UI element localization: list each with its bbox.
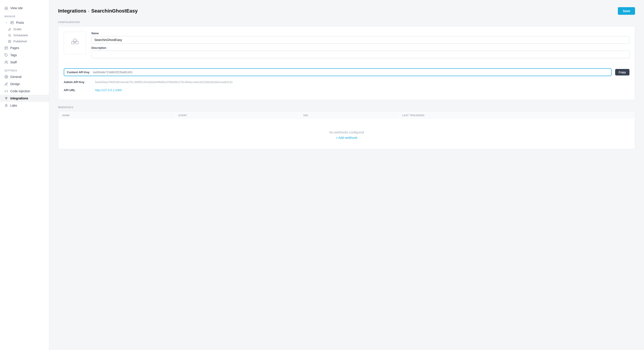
sidebar-item-scheduled[interactable]: Scheduled [0, 32, 49, 38]
svg-rect-3 [5, 47, 8, 49]
webhooks-thead: Name Event URL Last Triggered [59, 112, 634, 119]
breadcrumb-parent[interactable]: Integrations [58, 8, 86, 14]
sidebar-item-drafts[interactable]: Drafts [0, 26, 49, 32]
sidebar-item-integrations[interactable]: Integrations [0, 95, 49, 102]
settings-section-label: Settings [0, 66, 49, 73]
api-url-label: API URL [64, 88, 95, 92]
config-fields: Name Description [92, 32, 630, 58]
general-icon [4, 75, 8, 79]
sidebar-item-pages[interactable]: Pages [0, 44, 49, 52]
breadcrumb-separator: › [88, 9, 90, 14]
tags-icon [4, 53, 8, 57]
sidebar-item-integrations-label: Integrations [10, 97, 28, 100]
description-field-group: Description [92, 46, 630, 58]
sidebar-item-tags-label: Tags [10, 53, 17, 57]
admin-api-key-value: 5ee928ae708204814eceb761:889f914418a5a04… [95, 80, 630, 84]
pages-icon [4, 46, 8, 50]
webhooks-empty: No webhooks configured + Add webhook [59, 119, 634, 148]
sidebar-item-labs[interactable]: Labs [0, 102, 49, 109]
integration-icon-svg [70, 38, 80, 48]
api-url-value[interactable]: http://127.0.0.1:2369 [95, 88, 630, 92]
api-rows: Content API Key ba094afe723d802f235af61d… [64, 63, 630, 94]
webhooks-table: Name Event URL Last Triggered No webhook… [58, 111, 635, 149]
drafts-icon [8, 28, 11, 31]
name-field-group: Name [92, 32, 630, 44]
svg-point-6 [6, 76, 7, 77]
content-api-key-value: ba094afe723d802f235af61d51 [93, 71, 608, 74]
sidebar-item-tags[interactable]: Tags [0, 52, 49, 59]
sidebar-item-design[interactable]: Design [0, 80, 49, 88]
sidebar-item-posts[interactable]: Posts [0, 19, 49, 26]
name-label: Name [92, 32, 630, 35]
add-webhook-link[interactable]: + Add webhook [336, 136, 357, 139]
sidebar-item-scheduled-label: Scheduled [14, 34, 28, 37]
sidebar-item-view-site-label: View site [10, 6, 23, 10]
sidebar-item-code-injection[interactable]: Code injection [0, 88, 49, 95]
col-url: URL [300, 112, 398, 119]
sidebar-item-view-site[interactable]: View site [0, 5, 49, 12]
published-icon [8, 40, 11, 43]
page-header: Integrations › SearchinGhostEasy Save [58, 7, 635, 15]
home-icon [4, 6, 8, 10]
description-input[interactable] [92, 51, 630, 58]
labs-icon [4, 104, 8, 107]
sidebar-item-code-injection-label: Code injection [10, 89, 30, 93]
sidebar-item-posts-label: Posts [16, 21, 24, 24]
sidebar: View site Manage Posts Drafts [0, 0, 49, 350]
configuration-section-label: Configuration [58, 21, 635, 24]
content-api-key-row: Content API Key ba094afe723d802f235af61d… [64, 68, 612, 76]
manage-section-label: Manage [0, 12, 49, 19]
content-api-key-label: Content API Key [67, 71, 90, 74]
sidebar-item-design-label: Design [10, 82, 20, 86]
design-icon [4, 82, 8, 86]
code-icon [4, 89, 8, 93]
name-input[interactable] [92, 36, 630, 44]
svg-point-4 [5, 54, 6, 55]
admin-api-key-label: Admin API Key [64, 80, 95, 84]
col-name: Name [59, 112, 175, 119]
col-event: Event [175, 112, 300, 119]
description-label: Description [92, 46, 630, 50]
svg-point-5 [5, 61, 6, 62]
sidebar-item-drafts-label: Drafts [14, 28, 22, 31]
sidebar-item-published-label: Published [14, 40, 26, 43]
webhooks-section-label: Webhooks [58, 106, 635, 109]
sidebar-item-general[interactable]: General [0, 73, 49, 80]
webhooks-card: Name Event URL Last Triggered No webhook… [58, 111, 635, 149]
col-last-triggered: Last Triggered [399, 112, 634, 119]
configuration-card: Name Description Content API Key ba094af… [58, 26, 635, 100]
admin-api-key-row: Admin API Key 5ee928ae708204814eceb761:8… [64, 78, 630, 86]
svg-line-11 [6, 98, 7, 98]
config-top: Name Description [64, 32, 630, 58]
sidebar-item-general-label: General [10, 75, 22, 79]
sidebar-item-pages-label: Pages [10, 46, 19, 50]
integration-icon-box [64, 32, 86, 54]
breadcrumb: Integrations › SearchinGhostEasy [58, 8, 138, 14]
copy-button[interactable]: Copy [615, 69, 630, 75]
sidebar-item-published[interactable]: Published [0, 38, 49, 44]
posts-icon [10, 21, 14, 24]
webhooks-empty-text: No webhooks configured [62, 130, 631, 134]
breadcrumb-child: SearchinGhostEasy [91, 8, 138, 14]
sidebar-item-labs-label: Labs [10, 104, 17, 107]
save-button[interactable]: Save [618, 7, 635, 15]
sidebar-item-staff-label: Staff [10, 60, 17, 64]
sidebar-item-staff[interactable]: Staff [0, 59, 49, 66]
main-content: Integrations › SearchinGhostEasy Save Co… [49, 0, 644, 350]
integrations-icon [4, 97, 8, 100]
api-url-row: API URL http://127.0.0.1:2369 [64, 86, 630, 94]
chevron-down-icon [4, 21, 8, 24]
scheduled-icon [8, 34, 11, 37]
staff-icon [4, 60, 8, 64]
